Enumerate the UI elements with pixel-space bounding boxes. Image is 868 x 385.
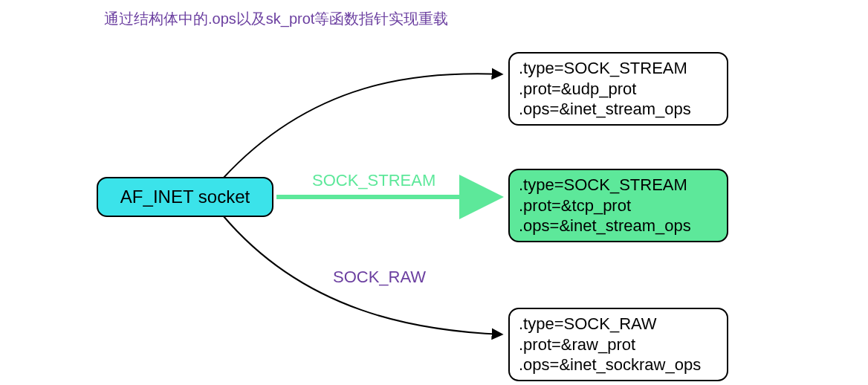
target-node-bottom: .type=SOCK_RAW .prot=&raw_prot .ops=&ine… bbox=[508, 308, 728, 381]
source-node: AF_INET socket bbox=[97, 177, 273, 217]
bot-ops-line: .ops=&inet_sockraw_ops bbox=[519, 355, 718, 375]
top-type-line: .type=SOCK_STREAM bbox=[519, 58, 718, 79]
target-node-middle: .type=SOCK_STREAM .prot=&tcp_prot .ops=&… bbox=[508, 169, 728, 242]
mid-prot-line: .prot=&tcp_prot bbox=[519, 195, 718, 216]
edge-label-middle: SOCK_STREAM bbox=[312, 171, 435, 190]
edge-label-bottom: SOCK_RAW bbox=[333, 268, 426, 287]
edge-top bbox=[223, 74, 502, 178]
top-ops-line: .ops=&inet_stream_ops bbox=[519, 99, 718, 120]
diagram-title: 通过结构体中的.ops以及sk_prot等函数指针实现重载 bbox=[104, 9, 448, 29]
mid-type-line: .type=SOCK_STREAM bbox=[519, 175, 718, 195]
bot-prot-line: .prot=&raw_prot bbox=[519, 334, 718, 355]
top-prot-line: .prot=&udp_prot bbox=[519, 79, 718, 100]
target-node-top: .type=SOCK_STREAM .prot=&udp_prot .ops=&… bbox=[508, 52, 728, 126]
mid-ops-line: .ops=&inet_stream_ops bbox=[519, 216, 718, 236]
bot-type-line: .type=SOCK_RAW bbox=[519, 314, 718, 334]
source-label: AF_INET socket bbox=[120, 186, 250, 208]
